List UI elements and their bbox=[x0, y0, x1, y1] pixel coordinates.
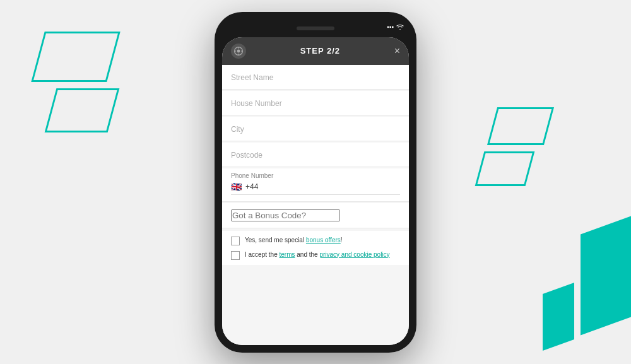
marketing-text-before: Yes, send me special bbox=[245, 237, 306, 244]
terms-checkbox[interactable] bbox=[231, 251, 240, 260]
signal-icon: ▪▪▪ bbox=[387, 23, 394, 30]
phone-number-field: Phone Number 🇬🇧 +44 bbox=[222, 168, 409, 202]
deco-shape-4 bbox=[475, 151, 535, 186]
wifi-icon bbox=[396, 23, 404, 31]
phone-speaker bbox=[297, 26, 334, 30]
checkbox-area: Yes, send me special bonus offers! I acc… bbox=[222, 231, 409, 265]
terms-text-middle: and the bbox=[295, 251, 319, 258]
phone-screen: STEP 2/2 × bbox=[222, 37, 409, 345]
city-input[interactable] bbox=[231, 125, 400, 134]
house-number-field bbox=[222, 91, 409, 115]
marketing-checkbox-row: Yes, send me special bonus offers! bbox=[231, 236, 400, 245]
phone-notch: ▪▪▪ bbox=[222, 20, 409, 37]
phone-underline bbox=[231, 194, 400, 195]
terms-label: I accept the terms and the privacy and c… bbox=[245, 250, 390, 259]
close-button[interactable]: × bbox=[394, 46, 400, 56]
app-header: STEP 2/2 × bbox=[222, 37, 409, 65]
phone-number-label: Phone Number bbox=[231, 172, 400, 179]
deco-shape-1 bbox=[31, 32, 120, 82]
marketing-label: Yes, send me special bonus offers! bbox=[245, 236, 343, 245]
phone-frame: ▪▪▪ bbox=[215, 12, 416, 353]
phone-number-input[interactable] bbox=[262, 182, 400, 191]
deco-shape-3 bbox=[487, 107, 554, 145]
marketing-checkbox[interactable] bbox=[231, 237, 240, 245]
svg-point-1 bbox=[237, 49, 240, 52]
privacy-policy-link[interactable]: privacy and cookie policy bbox=[319, 251, 389, 258]
bonus-code-field bbox=[222, 203, 409, 228]
app-logo bbox=[231, 44, 246, 59]
deco-shape-6 bbox=[543, 283, 574, 351]
terms-checkbox-row: I accept the terms and the privacy and c… bbox=[231, 250, 400, 260]
phone-input-row: 🇬🇧 +44 bbox=[231, 182, 400, 192]
marketing-text-after: ! bbox=[341, 237, 343, 244]
deco-shape-5 bbox=[581, 216, 631, 335]
postcode-field bbox=[222, 143, 409, 167]
status-bar: ▪▪▪ bbox=[387, 23, 404, 31]
bonus-code-input[interactable] bbox=[231, 209, 340, 221]
postcode-input[interactable] bbox=[231, 151, 400, 160]
uk-flag-icon: 🇬🇧 bbox=[231, 182, 242, 192]
phone-country-code: +44 bbox=[245, 182, 258, 191]
street-name-input[interactable] bbox=[231, 73, 400, 82]
phone-mockup: ▪▪▪ bbox=[215, 12, 416, 353]
house-number-input[interactable] bbox=[231, 99, 400, 108]
bonus-offers-link[interactable]: bonus offers bbox=[306, 237, 341, 244]
terms-text-before: I accept the bbox=[245, 251, 279, 258]
deco-shape-2 bbox=[45, 88, 120, 132]
step-title: STEP 2/2 bbox=[300, 46, 340, 56]
terms-link[interactable]: terms bbox=[279, 251, 295, 258]
street-name-field bbox=[222, 65, 409, 90]
city-field bbox=[222, 117, 409, 141]
form-scroll-area: Phone Number 🇬🇧 +44 bbox=[222, 65, 409, 345]
